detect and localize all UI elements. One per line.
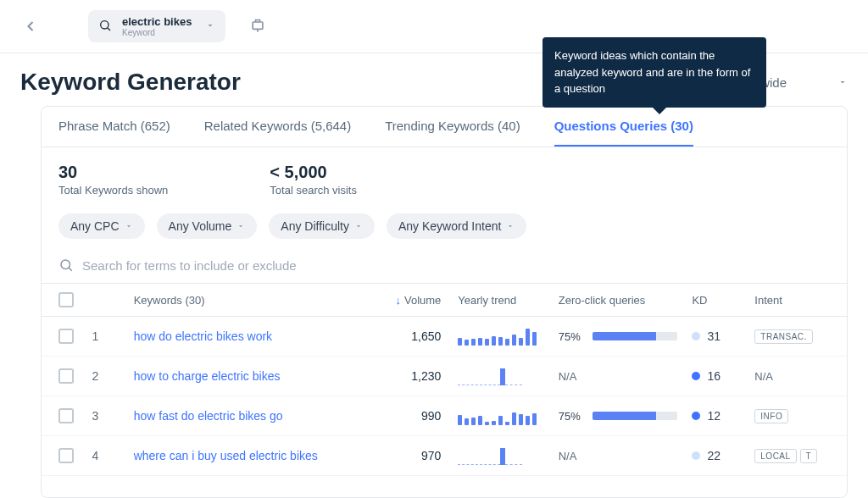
chevron-down-icon bbox=[354, 219, 363, 233]
kd-cell: 31 bbox=[692, 329, 754, 343]
filter-volume[interactable]: Any Volume bbox=[157, 213, 258, 239]
filter-difficulty[interactable]: Any Difficulty bbox=[269, 213, 375, 239]
chip-label: electric bikes bbox=[122, 15, 192, 28]
col-zero[interactable]: Zero-click queries bbox=[550, 294, 693, 307]
tab-trending[interactable]: Trending Keywords (40) bbox=[385, 119, 520, 147]
tooltip: Keyword ideas which contain the analyzed… bbox=[542, 37, 766, 108]
col-keywords[interactable]: Keywords (30) bbox=[134, 294, 366, 307]
tab-phrase-match[interactable]: Phrase Match (652) bbox=[58, 119, 170, 147]
volume-value: 990 bbox=[366, 409, 442, 423]
svg-rect-1 bbox=[253, 22, 264, 29]
keyword-link[interactable]: where can i buy used electric bikes bbox=[134, 449, 318, 462]
trend-sparkline bbox=[441, 327, 549, 346]
trend-sparkline bbox=[441, 446, 549, 465]
row-index: 4 bbox=[92, 449, 133, 462]
row-index: 1 bbox=[92, 329, 133, 343]
table-row: 3how fast do electric bikes go99075%12IN… bbox=[42, 396, 847, 436]
zero-click-cell: N/A bbox=[550, 449, 693, 462]
tab-related[interactable]: Related Keywords (5,644) bbox=[204, 119, 351, 147]
table-row: 2how to charge electric bikes1,230N/A16N… bbox=[42, 357, 847, 396]
col-kd[interactable]: KD bbox=[692, 294, 754, 307]
volume-value: 1,230 bbox=[366, 369, 442, 383]
zero-click-cell: 75% bbox=[550, 410, 693, 423]
chip-sublabel: Keyword bbox=[122, 28, 192, 37]
col-trend[interactable]: Yearly trend bbox=[441, 294, 549, 307]
keyword-link[interactable]: how do electric bikes work bbox=[134, 329, 272, 343]
filter-cpc[interactable]: Any CPC bbox=[58, 213, 145, 239]
table-search-input[interactable] bbox=[82, 258, 421, 273]
row-index: 3 bbox=[92, 409, 133, 423]
intent-cell: LOCALT bbox=[754, 448, 830, 463]
chevron-down-icon bbox=[125, 219, 133, 233]
filter-intent[interactable]: Any Keyword Intent bbox=[387, 213, 526, 239]
keyword-chip[interactable]: electric bikes Keyword bbox=[88, 10, 225, 42]
zero-click-cell: N/A bbox=[550, 369, 693, 383]
intent-cell: TRANSAC. bbox=[754, 329, 830, 344]
volume-value: 970 bbox=[366, 449, 442, 462]
scope-select[interactable]: wide bbox=[760, 75, 848, 90]
back-button[interactable] bbox=[20, 16, 41, 36]
total-visits-label: Total search visits bbox=[270, 184, 357, 196]
total-keywords-label: Total Keywords shown bbox=[58, 184, 168, 196]
chevron-down-icon bbox=[837, 75, 848, 90]
row-checkbox[interactable] bbox=[58, 408, 74, 423]
kd-cell: 22 bbox=[692, 449, 754, 462]
table-row: 4where can i buy used electric bikes970N… bbox=[42, 436, 847, 476]
select-all-checkbox[interactable] bbox=[58, 292, 74, 307]
kd-cell: 16 bbox=[692, 369, 754, 383]
page-title: Keyword Generator bbox=[20, 69, 241, 96]
trend-sparkline bbox=[441, 367, 549, 385]
intent-cell: INFO bbox=[754, 408, 830, 423]
sort-down-icon: ↓ bbox=[395, 294, 401, 307]
trend-sparkline bbox=[441, 407, 549, 425]
col-intent[interactable]: Intent bbox=[754, 294, 830, 307]
search-icon bbox=[98, 19, 114, 34]
tab-questions[interactable]: Questions Queries (30) bbox=[554, 119, 693, 147]
tabs: Phrase Match (652) Related Keywords (5,6… bbox=[42, 107, 847, 147]
zero-click-cell: 75% bbox=[550, 330, 693, 343]
chevron-down-icon bbox=[236, 219, 245, 233]
row-index: 2 bbox=[92, 369, 133, 383]
chevron-down-icon bbox=[506, 219, 515, 233]
volume-value: 1,650 bbox=[366, 329, 442, 343]
results-card: Phrase Match (652) Related Keywords (5,6… bbox=[41, 106, 848, 498]
kd-cell: 12 bbox=[692, 409, 754, 423]
row-checkbox[interactable] bbox=[58, 329, 74, 344]
search-icon bbox=[58, 257, 74, 273]
keyword-link[interactable]: how fast do electric bikes go bbox=[134, 409, 283, 423]
total-keywords-value: 30 bbox=[58, 163, 168, 182]
keyword-link[interactable]: how to charge electric bikes bbox=[134, 369, 281, 383]
row-checkbox[interactable] bbox=[58, 448, 74, 463]
col-volume[interactable]: ↓Volume bbox=[366, 294, 442, 307]
intent-cell: N/A bbox=[754, 369, 830, 383]
total-visits-value: < 5,000 bbox=[270, 163, 357, 182]
row-checkbox[interactable] bbox=[58, 368, 74, 384]
svg-point-3 bbox=[61, 260, 70, 269]
svg-point-0 bbox=[101, 21, 108, 29]
pin-button[interactable] bbox=[248, 16, 268, 36]
chevron-down-icon bbox=[205, 19, 215, 34]
table-row: 1how do electric bikes work1,65075%31TRA… bbox=[42, 317, 847, 357]
